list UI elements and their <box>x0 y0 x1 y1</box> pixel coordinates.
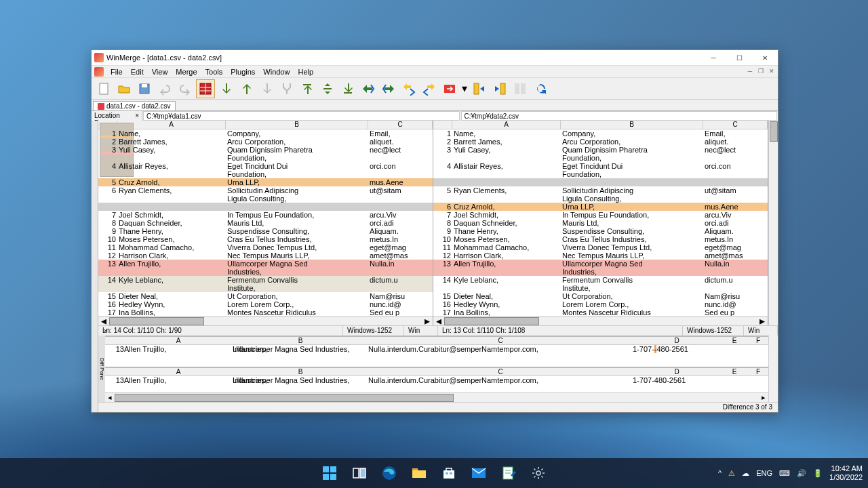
table-row[interactable] <box>433 178 768 186</box>
right-path[interactable]: C:¥tmp¥data2.csv <box>461 111 778 121</box>
menu-tools[interactable]: Tools <box>203 68 226 76</box>
redo-icon[interactable] <box>176 79 195 98</box>
table-row[interactable]: 10Moses Petersen,Cras Eu Tellus Industri… <box>433 235 768 243</box>
save-icon[interactable] <box>135 79 154 98</box>
taskbar[interactable]: ^ ⚠ ☁ ENG ⌨ 🔊 🔋 10:42 AM1/30/2022 <box>0 458 868 488</box>
tray-battery-icon[interactable]: 🔋 <box>813 469 823 478</box>
system-tray[interactable]: ^ ⚠ ☁ ENG ⌨ 🔊 🔋 10:42 AM1/30/2022 <box>718 464 863 482</box>
tab-active[interactable]: data1.csv - data2.csv <box>93 101 176 110</box>
table-row[interactable]: 16Hedley Wynn,Lorem Lorem Corp.,nunc.id@ <box>98 300 433 308</box>
diff-pane-bottom[interactable]: ABCDEF 13Allen Trujillo,Ullamcorper Magn… <box>105 367 768 402</box>
options-icon[interactable] <box>511 79 530 98</box>
last-diff-icon[interactable] <box>338 79 357 98</box>
table-row[interactable]: 15Dieter Neal,Ut Corporation,Nam@risu <box>433 292 768 300</box>
table-row[interactable]: 9Thane Henry,Suspendisse Consulting,Aliq… <box>433 227 768 235</box>
tray-warning-icon[interactable]: ⚠ <box>728 469 735 478</box>
left-path[interactable]: C:¥tmp¥data1.csv <box>143 111 460 121</box>
table-row[interactable]: 4Allistair Reyes,Eget Tincidunt Duiorci.… <box>98 162 433 170</box>
mail-icon[interactable] <box>466 460 492 486</box>
table-row[interactable]: 7Joel Schmidt,In Tempus Eu Foundation,ar… <box>433 211 768 219</box>
tray-keyboard-icon[interactable]: ⌨ <box>779 469 790 478</box>
copy-left-advance-icon[interactable] <box>420 79 439 98</box>
minimize-button[interactable]: ─ <box>703 51 724 64</box>
diff-hscroll[interactable]: ◂▸ <box>105 392 768 402</box>
table-row[interactable]: 13Allen Trujillo,Ullamcorper Magna SedNu… <box>433 260 768 268</box>
refresh-icon[interactable] <box>531 79 550 98</box>
mdi-minimize[interactable]: ─ <box>745 66 755 76</box>
table-row[interactable]: 6Cruz Arnold,Urna LLP,mus.Aene <box>433 203 768 211</box>
right-hscroll[interactable]: ◂▸ <box>433 316 768 325</box>
table-row[interactable]: 11Mohammad Camacho,Viverra Donec Tempus … <box>98 243 433 251</box>
menu-edit[interactable]: Edit <box>128 68 146 76</box>
table-row[interactable]: 14Kyle Leblanc,Fermentum Convallisdictum… <box>433 276 768 284</box>
table-row[interactable]: 13Allen Trujillo,Ullamcorper Magna SedNu… <box>98 260 433 268</box>
mdi-restore[interactable]: ❐ <box>756 66 766 76</box>
down-arrow-2-icon[interactable] <box>257 79 276 98</box>
table-row[interactable]: 9Thane Henry,Suspendisse Consulting,Aliq… <box>98 227 433 235</box>
copy-right-advance-icon[interactable] <box>399 79 418 98</box>
diff-vscroll[interactable] <box>768 336 778 402</box>
up-arrow-icon[interactable] <box>237 79 256 98</box>
merge-icon[interactable] <box>277 79 296 98</box>
close-button[interactable]: ✕ <box>755 51 775 64</box>
table-row[interactable]: 6Ryan Clements,Sollicitudin Adipiscingut… <box>98 186 433 195</box>
table-row[interactable]: 8Daquan Schneider,Mauris Ltd,orci.adi <box>433 219 768 227</box>
table-row[interactable]: 12Harrison Clark,Nec Tempus Mauris LLP,a… <box>98 251 433 260</box>
table-row[interactable]: 2Barrett James,Arcu Corporation,aliquet. <box>433 138 768 146</box>
explorer-icon[interactable] <box>406 460 432 486</box>
tray-clock[interactable]: 10:42 AM1/30/2022 <box>829 464 863 482</box>
task-view-icon[interactable] <box>347 460 372 486</box>
menu-view[interactable]: View <box>149 68 171 76</box>
diff-pane-top[interactable]: ABCDEF 13Allen Trujillo,Ullamcorper Magn… <box>105 336 768 367</box>
table-row[interactable]: 7Joel Schmidt,In Tempus Eu Foundation,ar… <box>98 211 433 219</box>
maximize-button[interactable]: ☐ <box>729 51 749 64</box>
table-row[interactable]: 4Allistair Reyes,Eget Tincidunt Duiorci.… <box>433 162 768 170</box>
table-icon[interactable] <box>196 79 215 98</box>
table-row[interactable]: 14Kyle Leblanc,Fermentum Convallisdictum… <box>98 276 433 284</box>
location-pane[interactable] <box>92 121 98 412</box>
table-row[interactable]: 3Yuli Casey,Quam Dignissim Pharetranec@l… <box>98 146 433 154</box>
menu-help[interactable]: Help <box>295 68 316 76</box>
mdi-close[interactable]: ✕ <box>767 66 776 76</box>
menu-merge[interactable]: Merge <box>173 68 199 76</box>
tray-volume-icon[interactable]: 🔊 <box>797 469 806 478</box>
table-row[interactable]: 2Barrett James,Arcu Corporation,aliquet. <box>98 138 433 146</box>
menu-plugins[interactable]: Plugins <box>228 68 258 76</box>
copy-left-icon[interactable] <box>379 79 398 98</box>
dropdown-icon[interactable]: ▾ <box>460 79 469 98</box>
copy-right-icon[interactable] <box>359 79 378 98</box>
current-diff-icon[interactable] <box>318 79 337 98</box>
tray-chevron-icon[interactable]: ^ <box>718 469 722 477</box>
open-icon[interactable] <box>115 79 134 98</box>
table-row[interactable]: 16Hedley Wynn,Lorem Lorem Corp.,nunc.id@ <box>433 300 768 308</box>
menu-window[interactable]: Window <box>260 68 292 76</box>
table-row[interactable]: 8Daquan Schneider,Mauris Ltd,orci.adi <box>98 219 433 227</box>
left-hscroll[interactable]: ◂▸ <box>98 316 433 325</box>
table-row[interactable]: 1Name,Company,Email, <box>433 129 768 138</box>
titlebar[interactable]: WinMerge - [data1.csv - data2.csv] ─ ☐ ✕ <box>92 50 778 66</box>
edge-icon[interactable] <box>376 460 402 486</box>
new-icon[interactable] <box>94 79 113 98</box>
right-grid[interactable]: 1Name,Company,Email,2Barrett James,Arcu … <box>433 129 768 316</box>
tray-lang[interactable]: ENG <box>756 469 772 477</box>
table-row[interactable]: 12Harrison Clark,Nec Tempus Mauris LLP,a… <box>433 251 768 260</box>
swap-left-icon[interactable] <box>490 79 509 98</box>
table-row[interactable]: 11Mohammad Camacho,Viverra Donec Tempus … <box>433 243 768 251</box>
diff-pane-close[interactable]: × <box>104 327 107 334</box>
left-grid[interactable]: 1Name,Company,Email,2Barrett James,Arcu … <box>98 129 433 316</box>
tray-cloud-icon[interactable]: ☁ <box>742 469 749 478</box>
table-row[interactable]: 1Name,Company,Email, <box>98 129 433 138</box>
notepad-icon[interactable] <box>496 460 521 486</box>
table-row[interactable]: 15Dieter Neal,Ut Corporation,Nam@risu <box>98 292 433 300</box>
table-row[interactable]: 5Cruz Arnold,Urna LLP,mus.Aene <box>98 178 433 186</box>
swap-right-icon[interactable] <box>470 79 489 98</box>
store-icon[interactable] <box>436 460 462 486</box>
table-row[interactable]: 17Ina Bollins,Montes Nascetur RidiculusS… <box>98 308 433 316</box>
down-arrow-icon[interactable] <box>216 79 235 98</box>
table-row[interactable]: 5Ryan Clements,Sollicitudin Adipiscingut… <box>433 186 768 195</box>
first-diff-icon[interactable] <box>298 79 317 98</box>
table-row[interactable]: 3Yuli Casey,Quam Dignissim Pharetranec@l… <box>433 146 768 154</box>
table-row[interactable] <box>98 203 433 211</box>
vscroll[interactable] <box>768 121 778 325</box>
menu-file[interactable]: File <box>108 68 125 76</box>
